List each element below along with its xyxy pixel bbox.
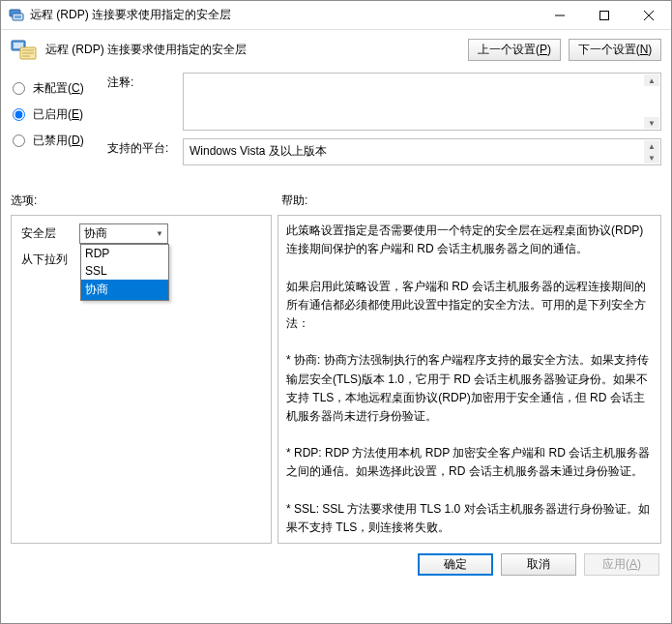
radio-enabled-input[interactable] <box>13 108 25 121</box>
comment-scrollbar[interactable]: ▲▼ <box>644 74 659 129</box>
close-button[interactable] <box>627 1 671 30</box>
platform-label: 支持的平台: <box>107 138 183 165</box>
title-bar: 远程 (RDP) 连接要求使用指定的安全层 <box>1 1 671 30</box>
svg-rect-4 <box>600 11 609 19</box>
dropdown-item-rdp[interactable]: RDP <box>81 245 168 262</box>
ok-button[interactable]: 确定 <box>418 553 493 576</box>
radio-enabled[interactable]: 已启用(E) <box>11 106 107 123</box>
dropdown-item-ssl[interactable]: SSL <box>81 262 168 280</box>
security-layer-combo[interactable]: 协商 ▼ RDP SSL 协商 <box>79 223 168 244</box>
from-dropdown-label: 从下拉列 <box>21 252 68 268</box>
radio-not-configured[interactable]: 未配置(C) <box>11 80 107 97</box>
maximize-button[interactable] <box>582 1 627 30</box>
options-section-label: 选项: <box>11 193 281 209</box>
next-setting-button[interactable]: 下一个设置(N) <box>569 39 661 61</box>
apply-button[interactable]: 应用(A) <box>584 553 659 576</box>
radio-not-configured-input[interactable] <box>13 82 25 95</box>
help-section-label: 帮助: <box>281 193 661 209</box>
cancel-button[interactable]: 取消 <box>501 553 576 576</box>
chevron-down-icon: ▼ <box>152 224 167 243</box>
platform-scrollbar[interactable]: ▲▼ <box>644 140 659 163</box>
platform-value: Windows Vista 及以上版本 <box>190 144 327 158</box>
security-layer-label: 安全层 <box>21 225 73 242</box>
radio-disabled-input[interactable] <box>13 134 25 147</box>
radio-disabled[interactable]: 已禁用(D) <box>11 133 107 149</box>
options-pane: 安全层 协商 ▼ RDP SSL 协商 从下拉列 <box>11 215 272 544</box>
svg-rect-2 <box>15 15 21 18</box>
state-radio-group: 未配置(C) 已启用(E) 已禁用(D) <box>11 73 107 173</box>
policy-icon <box>11 38 38 61</box>
security-layer-dropdown: RDP SSL 协商 <box>80 244 169 301</box>
policy-header: 远程 (RDP) 连接要求使用指定的安全层 上一个设置(P) 下一个设置(N) <box>1 30 671 69</box>
window-title: 远程 (RDP) 连接要求使用指定的安全层 <box>30 7 538 23</box>
app-icon <box>9 8 24 23</box>
minimize-button[interactable] <box>538 1 582 30</box>
comment-label: 注释: <box>107 73 183 131</box>
platform-box: Windows Vista 及以上版本 ▲▼ <box>183 138 661 165</box>
help-pane[interactable]: 此策略设置指定是否需要使用一个特定的安全层在远程桌面协议(RDP)连接期间保护的… <box>278 215 661 544</box>
comment-textarea[interactable]: ▲▼ <box>183 73 661 131</box>
security-layer-value: 协商 <box>80 225 152 242</box>
dropdown-item-negotiate[interactable]: 协商 <box>81 280 168 300</box>
policy-title: 远程 (RDP) 连接要求使用指定的安全层 <box>45 42 460 58</box>
dialog-footer: 确定 取消 应用(A) <box>1 544 671 576</box>
previous-setting-button[interactable]: 上一个设置(P) <box>468 39 561 61</box>
